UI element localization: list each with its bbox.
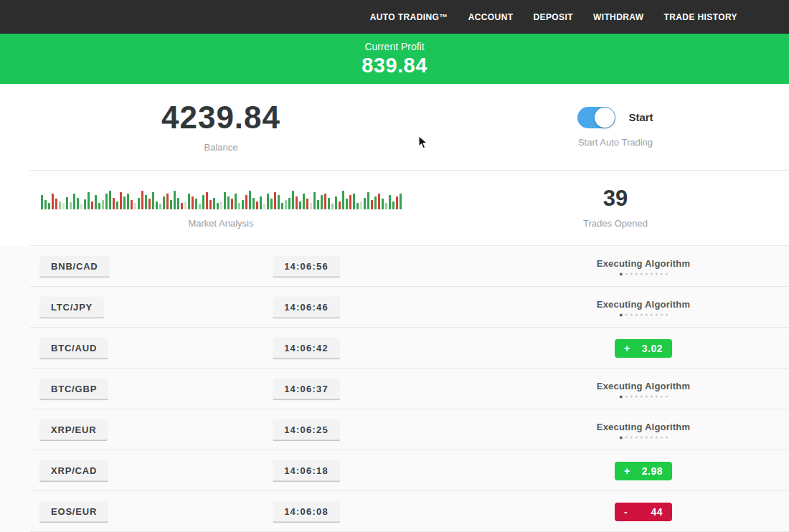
chart-bar [199,204,201,209]
chart-bar [152,192,154,209]
balance-section: 4239.84 Balance Start Start Auto Trading [0,84,789,170]
profit-banner-value: 839.84 [362,54,427,77]
sign: - [624,506,628,518]
trades-opened-block: 39 Trades Opened [442,171,789,245]
chart-bar [396,196,398,209]
chart-bar [184,201,186,209]
value: 3.02 [642,343,663,354]
progress-dot [641,396,643,398]
chart-bar [98,203,100,209]
chart-bar [202,195,204,209]
profit-banner: Current Profit 839.84 [0,34,789,84]
status-cell: +3.02 [615,339,672,358]
progress-dot [666,396,668,398]
progress-dot [636,396,638,398]
time-badge: 14:06:25 [273,419,340,441]
balance-value: 4239.84 [161,102,280,133]
time-badge: 14:06:42 [273,337,340,359]
chart-bar [231,199,233,209]
chart-bar [238,203,240,209]
executing-label: Executing Algorithm [597,298,690,309]
pair-badge: XRP/CAD [39,460,108,482]
chart-bar [288,198,290,209]
chart-bar [220,201,222,209]
executing-label: Executing Algorithm [597,421,690,432]
loss-badge: -44 [615,503,672,521]
table-row: XRP/EUR14:06:25Executing Algorithm [0,409,789,450]
nav-item-withdraw[interactable]: WITHDRAW [593,12,644,22]
chart-bar [270,199,273,209]
chart-bar [321,195,323,209]
chart-bar [70,202,72,209]
nav-item-trade-history[interactable]: TRADE HISTORY [663,12,737,22]
chart-bar [177,198,179,209]
chart-bar [166,194,169,209]
chart-bar [59,201,61,209]
chart-bar [296,196,298,209]
trades-opened-label: Trades Opened [583,218,648,229]
status-cell: Executing Algorithm [597,298,690,316]
chart-bar [385,203,387,209]
chart-bar [77,198,79,209]
progress-dot [636,273,638,275]
status-cell: Executing Algorithm [597,421,690,439]
progress-dots [620,313,668,316]
pair-badge: XRP/EUR [39,419,108,441]
progress-dot [651,314,653,316]
chart-bar [292,191,294,209]
progress-dot [651,396,653,398]
nav-item-deposit[interactable]: DEPOSIT [533,12,572,22]
chart-bar [252,198,255,209]
chart-bar [123,196,126,209]
chart-bar [52,194,54,209]
progress-dot [630,437,633,439]
chart-bar [367,192,369,209]
chart-bar [353,194,355,209]
value: 2.98 [642,465,663,477]
progress-dot [620,272,623,275]
chart-bar [227,196,230,209]
pair-badge: BTC/AUD [39,337,108,359]
chart-bar [324,194,326,209]
progress-dot [651,273,653,275]
chart-bar [371,200,373,209]
chart-bar [356,203,359,209]
chart-bar [84,199,86,209]
market-section: Market Analysis 39 Trades Opened [0,171,789,245]
chart-bar [346,199,348,209]
market-analysis-block: Market Analysis [0,171,442,245]
chart-bar [299,201,301,209]
value: 44 [651,506,663,518]
progress-dot [641,273,643,275]
nav-item-auto-trading[interactable]: AUTO TRADING™ [370,12,448,22]
chart-bar [263,204,265,209]
toggle-knob-icon [595,108,615,128]
chart-bar [174,191,176,209]
profit-banner-label: Current Profit [364,41,424,52]
executing-label: Executing Algorithm [597,380,690,391]
progress-dot [625,314,628,316]
chart-bar [331,204,334,209]
chart-bar [392,201,394,209]
chart-bar [213,198,215,209]
chart-bar [224,192,226,209]
auto-trading-toggle[interactable] [577,107,615,128]
balance-label: Balance [204,142,238,153]
progress-dot [656,314,658,316]
time-badge: 14:06:37 [273,378,340,400]
table-row: XRP/CAD14:06:18+2.98 [0,450,789,491]
top-navbar: AUTO TRADING™ACCOUNTDEPOSITWITHDRAWTRADE… [0,0,789,34]
chart-bar [217,203,219,209]
progress-dots [620,395,668,398]
auto-trading-label: Start Auto Trading [578,137,653,148]
chart-bar [267,194,269,209]
progress-dot [620,436,623,439]
chart-bar [256,201,258,209]
chart-bar [278,195,280,209]
nav-item-account[interactable]: ACCOUNT [468,12,514,22]
progress-dot [656,273,658,275]
chart-bar [80,204,82,209]
chart-bar [342,191,344,209]
table-row: BTC/AUD14:06:42+3.02 [0,328,789,369]
progress-dot [666,437,668,439]
